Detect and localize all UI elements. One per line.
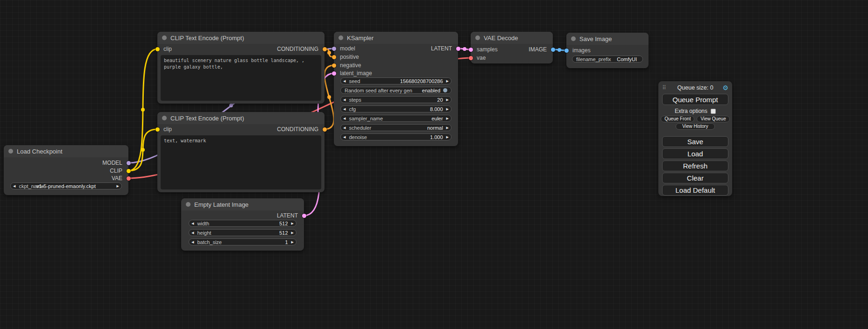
queue-front-button[interactable]: Queue Front: [661, 116, 694, 122]
collapse-dot-icon[interactable]: [186, 202, 191, 207]
collapse-dot-icon[interactable]: [339, 35, 343, 40]
decrement-arrow-icon[interactable]: ◀: [343, 117, 346, 120]
sampler-name-widget[interactable]: ◀ sampler_name euler ▶: [340, 115, 452, 122]
increment-arrow-icon[interactable]: ▶: [446, 107, 449, 111]
node-title-text: CLIP Text Encode (Prompt): [170, 35, 244, 42]
extra-options-checkbox[interactable]: [711, 109, 716, 114]
node-header[interactable]: CLIP Text Encode (Prompt): [157, 32, 325, 44]
port-latent-output[interactable]: [456, 47, 460, 51]
collapse-dot-icon[interactable]: [8, 149, 13, 154]
port-latent-output[interactable]: [302, 214, 306, 218]
node-save-image[interactable]: Save Image images filename_prefix ComfyU…: [566, 33, 649, 68]
increment-arrow-icon[interactable]: ▶: [446, 79, 449, 83]
port-model-output[interactable]: [127, 161, 131, 165]
queue-prompt-button[interactable]: Queue Prompt: [662, 94, 728, 105]
decrement-arrow-icon[interactable]: ◀: [343, 98, 346, 101]
node-load-checkpoint[interactable]: Load Checkpoint MODEL CLIP VAE ◀ ckpt_na…: [4, 145, 128, 195]
input-label-model: model: [340, 45, 355, 52]
node-clip-text-encode-negative[interactable]: CLIP Text Encode (Prompt) clip CONDITION…: [157, 112, 325, 192]
slot-row: model LATENT: [334, 45, 458, 52]
decrement-arrow-icon[interactable]: ◀: [191, 240, 194, 244]
port-clip-input[interactable]: [155, 127, 160, 132]
width-widget[interactable]: ◀ width 512 ▶: [189, 220, 296, 227]
node-empty-latent-image[interactable]: Empty Latent Image LATENT ◀ width 512 ▶ …: [181, 198, 304, 251]
increment-arrow-icon[interactable]: ▶: [446, 135, 449, 139]
scheduler-widget[interactable]: ◀ scheduler normal ▶: [340, 124, 452, 131]
decrement-arrow-icon[interactable]: ◀: [13, 184, 15, 188]
widget-label: seed: [349, 78, 360, 84]
link-dot-cond-negative: [327, 95, 331, 99]
load-default-button[interactable]: Load Default: [662, 185, 728, 196]
decrement-arrow-icon[interactable]: ◀: [343, 135, 346, 139]
toggle-indicator-icon[interactable]: [443, 88, 447, 92]
port-samples-input[interactable]: [469, 48, 473, 52]
positive-prompt-textarea[interactable]: beautiful scenery nature glass bottle la…: [161, 55, 321, 101]
node-header[interactable]: KSampler: [334, 32, 458, 44]
height-widget[interactable]: ◀ height 512 ▶: [189, 229, 296, 236]
settings-gear-icon[interactable]: ⚙: [722, 84, 728, 91]
increment-arrow-icon[interactable]: ▶: [291, 222, 294, 225]
node-vae-decode[interactable]: VAE Decode samples IMAGE vae: [471, 32, 553, 63]
increment-arrow-icon[interactable]: ▶: [291, 231, 294, 234]
seed-widget[interactable]: ◀ seed 156680208700286 ▶: [340, 77, 452, 84]
node-clip-text-encode-positive[interactable]: CLIP Text Encode (Prompt) clip CONDITION…: [157, 32, 325, 104]
port-negative-input[interactable]: [332, 63, 336, 68]
collapse-dot-icon[interactable]: [162, 116, 167, 120]
port-latent-image-input[interactable]: [332, 71, 336, 76]
port-conditioning-output[interactable]: [323, 47, 327, 51]
node-header[interactable]: CLIP Text Encode (Prompt): [157, 112, 325, 124]
filename-prefix-widget[interactable]: filename_prefix ComfyUI: [572, 56, 643, 63]
port-conditioning-output[interactable]: [323, 127, 327, 132]
random-seed-toggle-widget[interactable]: Random seed after every gen enabled: [340, 87, 452, 94]
denoise-widget[interactable]: ◀ denoise 1.000 ▶: [340, 133, 452, 140]
widget-value: euler: [431, 116, 443, 121]
increment-arrow-icon[interactable]: ▶: [117, 184, 119, 188]
refresh-button[interactable]: Refresh: [662, 161, 728, 171]
port-image-output[interactable]: [551, 48, 555, 52]
increment-arrow-icon[interactable]: ▶: [446, 117, 449, 120]
view-queue-button[interactable]: View Queue: [697, 116, 729, 122]
increment-arrow-icon[interactable]: ▶: [446, 98, 449, 101]
decrement-arrow-icon[interactable]: ◀: [343, 79, 346, 83]
node-header[interactable]: Empty Latent Image: [181, 198, 304, 210]
collapse-dot-icon[interactable]: [571, 36, 576, 41]
batch-size-widget[interactable]: ◀ batch_size 1 ▶: [189, 238, 296, 245]
increment-arrow-icon[interactable]: ▶: [291, 240, 294, 244]
port-clip-input[interactable]: [155, 47, 160, 51]
node-ksampler[interactable]: KSampler model LATENT positive negative …: [334, 32, 458, 146]
widget-value: 8.000: [430, 106, 443, 112]
collapse-dot-icon[interactable]: [162, 35, 167, 40]
port-clip-output[interactable]: [127, 169, 131, 173]
negative-prompt-textarea[interactable]: text, watermark: [161, 135, 321, 189]
port-positive-input[interactable]: [332, 55, 336, 59]
view-history-button[interactable]: View History: [676, 123, 715, 130]
widget-label: batch_size: [197, 239, 222, 245]
cfg-widget[interactable]: ◀ cfg 8.000 ▶: [340, 105, 452, 112]
node-header[interactable]: Load Checkpoint: [4, 145, 128, 157]
steps-widget[interactable]: ◀ steps 20 ▶: [340, 96, 452, 103]
port-vae-input[interactable]: [469, 56, 473, 60]
widget-label: cfg: [349, 106, 356, 112]
decrement-arrow-icon[interactable]: ◀: [191, 231, 194, 234]
load-button[interactable]: Load: [662, 148, 728, 159]
drag-handle-icon[interactable]: ⠿: [662, 84, 666, 91]
collapse-dot-icon[interactable]: [475, 35, 480, 40]
node-header[interactable]: Save Image: [566, 33, 649, 45]
port-vae-output[interactable]: [127, 176, 131, 181]
queue-size-label: Queue size: 0: [668, 84, 723, 91]
link-clip-negative: [128, 129, 157, 171]
port-model-input[interactable]: [332, 47, 336, 51]
node-title-text: Save Image: [579, 35, 612, 42]
slot-row: CLIP: [4, 167, 128, 175]
decrement-arrow-icon[interactable]: ◀: [343, 126, 346, 129]
node-header[interactable]: VAE Decode: [471, 32, 553, 44]
clear-button[interactable]: Clear: [662, 173, 728, 183]
save-button[interactable]: Save: [662, 136, 728, 147]
queue-menu-panel: ⠿ Queue size: 0 ⚙ Queue Prompt Extra opt…: [658, 81, 732, 196]
ckpt-name-widget[interactable]: ◀ ckpt_name v1-5-pruned-emaonly.ckpt ▶: [10, 182, 122, 189]
decrement-arrow-icon[interactable]: ◀: [191, 222, 194, 225]
increment-arrow-icon[interactable]: ▶: [446, 126, 449, 129]
decrement-arrow-icon[interactable]: ◀: [343, 107, 346, 111]
port-images-input[interactable]: [565, 49, 569, 53]
node-canvas[interactable]: Load Checkpoint MODEL CLIP VAE ◀ ckpt_na…: [0, 0, 868, 329]
